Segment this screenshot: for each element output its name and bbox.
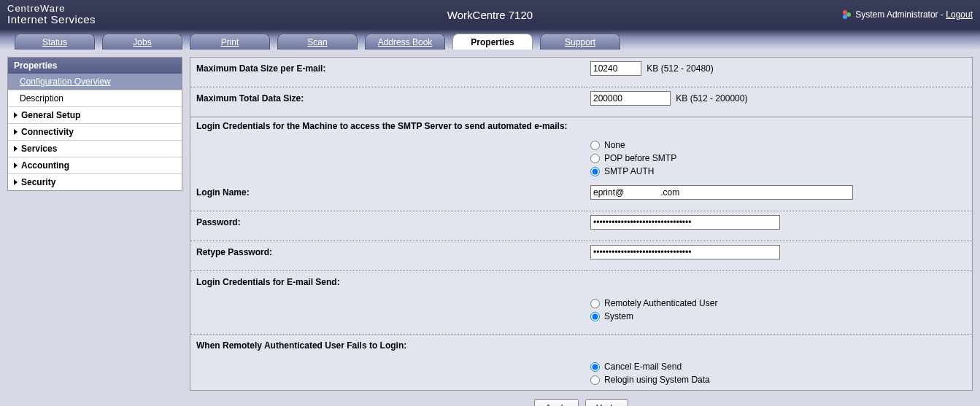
sidebar: Properties Configuration Overview Descri… xyxy=(7,57,182,406)
main-wrap: Properties Configuration Overview Descri… xyxy=(0,50,980,406)
button-row: Apply Undo xyxy=(190,391,973,406)
max-per-email-suffix: KB (512 - 20480) xyxy=(647,63,713,74)
brand-block: CentreWare Internet Services xyxy=(7,4,96,26)
undo-button[interactable]: Undo xyxy=(585,399,628,406)
cred-section-title: Login Credentials for the Machine to acc… xyxy=(190,117,972,136)
content-panel: Maximum Data Size per E-mail: KB (512 - … xyxy=(190,57,973,391)
login-name-input[interactable] xyxy=(590,185,853,200)
tab-status[interactable]: Status xyxy=(15,34,95,50)
fail-relogin-label: Relogin using System Data xyxy=(604,375,710,385)
brand-line2: Internet Services xyxy=(7,14,96,26)
sidebar-security[interactable]: Security xyxy=(8,173,182,190)
sidebar-connectivity[interactable]: Connectivity xyxy=(8,123,182,140)
svg-point-0 xyxy=(843,10,847,15)
retype-password-label: Retype Password: xyxy=(190,241,584,264)
user-block: System Administrator - Logout xyxy=(841,9,973,20)
user-icon xyxy=(841,9,852,20)
triangle-icon xyxy=(14,129,18,135)
user-role: System Administrator xyxy=(855,9,938,20)
apply-button[interactable]: Apply xyxy=(534,399,578,406)
top-bar: CentreWare Internet Services WorkCentre … xyxy=(0,0,980,29)
fail-relogin-radio[interactable] xyxy=(590,375,600,385)
send-section-title: Login Credentials for E-mail Send: xyxy=(190,271,972,294)
tab-properties[interactable]: Properties xyxy=(452,34,533,50)
triangle-icon xyxy=(14,179,18,185)
fail-section-title: When Remotely Authenticated User Fails t… xyxy=(190,335,972,357)
cred-smtp-label: SMTP AUTH xyxy=(604,166,654,176)
triangle-icon xyxy=(14,112,18,118)
sidebar-general-setup[interactable]: General Setup xyxy=(8,106,182,123)
max-per-email-input[interactable] xyxy=(590,61,641,76)
tab-address-book[interactable]: Address Book xyxy=(365,34,445,50)
fail-cancel-radio[interactable] xyxy=(590,362,600,372)
tab-jobs[interactable]: Jobs xyxy=(102,34,182,50)
send-system-label: System xyxy=(604,311,633,321)
sidebar-accounting[interactable]: Accounting xyxy=(8,157,182,173)
logout-link[interactable]: Logout xyxy=(946,9,973,20)
password-label: Password: xyxy=(190,211,584,234)
fail-cancel-label: Cancel E-mail Send xyxy=(604,362,682,372)
login-name-label: Login Name: xyxy=(190,181,584,203)
settings-form: Maximum Data Size per E-mail: KB (512 - … xyxy=(190,58,972,390)
content-column: Maximum Data Size per E-mail: KB (512 - … xyxy=(190,57,973,406)
send-remote-label: Remotely Authenticated User xyxy=(604,298,717,308)
retype-password-input[interactable] xyxy=(590,245,780,259)
product-title: WorkCentre 7120 xyxy=(447,9,533,21)
max-total-input[interactable] xyxy=(590,91,671,106)
sidebar-services[interactable]: Services xyxy=(8,140,182,157)
sidebar-header: Properties xyxy=(8,58,182,74)
cred-none-label: None xyxy=(604,140,625,150)
tab-row: Status Jobs Print Scan Address Book Prop… xyxy=(0,29,980,50)
tab-support[interactable]: Support xyxy=(540,34,620,50)
password-input[interactable] xyxy=(590,215,780,230)
max-per-email-label: Maximum Data Size per E-mail: xyxy=(190,58,584,79)
max-total-label: Maximum Total Data Size: xyxy=(190,87,584,110)
sidebar-config-overview[interactable]: Configuration Overview xyxy=(8,74,182,90)
triangle-icon xyxy=(14,146,18,152)
svg-point-1 xyxy=(846,12,851,17)
sidebar-panel: Properties Configuration Overview Descri… xyxy=(7,57,182,191)
svg-point-2 xyxy=(843,15,847,19)
tab-scan[interactable]: Scan xyxy=(277,34,358,50)
send-system-radio[interactable] xyxy=(590,312,600,321)
cred-none-radio[interactable] xyxy=(590,141,600,150)
cred-smtp-radio[interactable] xyxy=(590,167,600,176)
sidebar-description[interactable]: Description xyxy=(8,90,182,106)
triangle-icon xyxy=(14,163,18,168)
max-total-suffix: KB (512 - 200000) xyxy=(676,93,747,104)
brand-line1: CentreWare xyxy=(7,4,96,14)
cred-pop-label: POP before SMTP xyxy=(604,153,676,163)
send-remote-radio[interactable] xyxy=(590,299,600,308)
tab-print[interactable]: Print xyxy=(190,34,270,50)
cred-pop-radio[interactable] xyxy=(590,154,600,163)
